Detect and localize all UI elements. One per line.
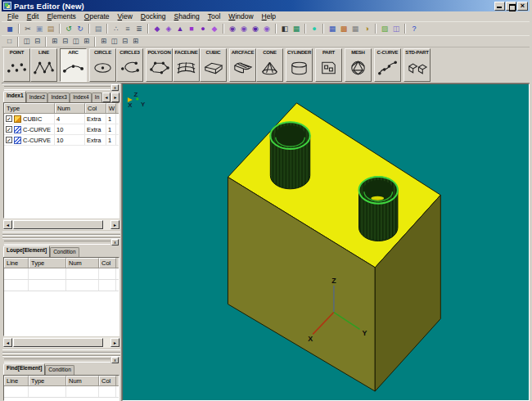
loupe-hscrollbar[interactable]: ◄ ► <box>3 337 119 348</box>
element-group-icon[interactable]: ● <box>197 24 209 34</box>
menu-docking[interactable]: Docking <box>137 11 170 22</box>
layout-b-icon[interactable]: ◫ <box>109 37 119 47</box>
tab-index-1[interactable]: Index1 <box>3 91 26 102</box>
scroll-left-icon[interactable]: ◄ <box>3 338 12 347</box>
grid-view-icon[interactable]: ⊞ <box>81 37 92 47</box>
layers-icon[interactable]: ◫ <box>390 24 402 34</box>
table-row[interactable]: ✓CUBIC4Extra1 <box>4 114 119 124</box>
link-icon[interactable]: ∴ <box>110 24 122 34</box>
single-window-icon[interactable]: □ <box>4 37 15 47</box>
tool-arcface[interactable]: ARCFACE <box>229 48 256 82</box>
grid-blue-icon[interactable]: ▦ <box>327 24 338 34</box>
scroll-right-icon[interactable]: ► <box>110 220 119 229</box>
right-pane-icon[interactable]: ◫ <box>70 37 81 47</box>
save-icon[interactable]: ◼ <box>4 24 16 34</box>
tool-mesh[interactable]: MESH <box>345 48 372 82</box>
column-header-num[interactable]: Num <box>66 258 99 268</box>
row-checkbox[interactable]: ✓ <box>6 137 12 143</box>
tool-line[interactable]: LINE <box>30 48 57 82</box>
tool-cone[interactable]: CONE <box>256 48 283 82</box>
shield-b-icon[interactable]: ◉ <box>238 24 250 34</box>
tab-index-5[interactable]: In <box>92 92 102 102</box>
element-node-icon[interactable]: ◆ <box>151 24 163 34</box>
paste-icon[interactable]: ▤ <box>45 24 56 34</box>
find-panel-grip[interactable]: x <box>2 356 120 363</box>
column-header-type[interactable]: Type <box>4 103 55 113</box>
loupe-panel-grip[interactable]: x <box>2 238 120 246</box>
tab-find-1[interactable]: Find[Element] <box>3 363 45 375</box>
tool-cubic[interactable]: CUBIC <box>200 48 227 82</box>
shield-a-icon[interactable]: ◉ <box>227 24 238 34</box>
column-header-col[interactable]: Col <box>85 103 106 113</box>
tab-scroll-right-icon[interactable]: ► <box>111 92 119 102</box>
loupe-panel-close-icon[interactable]: x <box>111 239 119 246</box>
table-row[interactable]: ✓C-CURVE10Extra1 <box>4 124 119 135</box>
menu-tool[interactable]: Tool <box>204 11 225 22</box>
column-header-num[interactable]: Num <box>66 376 99 385</box>
tool-cylinder[interactable]: CYLINDER <box>286 48 313 82</box>
restore-button[interactable] <box>506 2 516 11</box>
menu-edit[interactable]: Edit <box>23 11 43 22</box>
tool-std-part[interactable]: STD-PART <box>404 48 431 82</box>
tab-scroll-left-icon[interactable]: ◄ <box>102 92 110 102</box>
scroll-right-icon[interactable]: ► <box>110 338 119 347</box>
row-checkbox[interactable]: ✓ <box>6 115 12 122</box>
hsplit-window-icon[interactable]: ⊟ <box>32 37 43 47</box>
menu-window[interactable]: Window <box>224 11 257 22</box>
grid-user-icon[interactable]: ▩ <box>338 24 349 34</box>
column-header-col[interactable]: Col <box>99 258 116 268</box>
help-icon[interactable]: ? <box>408 24 420 34</box>
pie-icon[interactable]: ◑ <box>361 24 372 34</box>
element-part-icon[interactable]: ◆ <box>209 24 220 34</box>
render-icon[interactable]: ▨ <box>379 24 390 34</box>
column-header-type[interactable]: Type <box>29 258 66 268</box>
menu-file[interactable]: File <box>3 11 23 22</box>
list-indent-icon[interactable]: ≣ <box>133 24 145 34</box>
column-header-type[interactable]: Type <box>29 376 66 385</box>
table-green-icon[interactable]: ▦ <box>291 24 302 34</box>
menu-help[interactable]: Help <box>258 11 280 22</box>
column-header-col[interactable]: Col <box>99 376 116 385</box>
list-icon[interactable]: ≡ <box>122 24 133 34</box>
row-checkbox[interactable]: ✓ <box>6 126 12 133</box>
column-header-num[interactable]: Num <box>55 103 85 113</box>
vsplit-window-icon[interactable]: ◫ <box>21 37 32 47</box>
tab-loupe-2[interactable]: Condition <box>50 247 79 257</box>
index-hscrollbar[interactable]: ◄ ► <box>3 219 119 230</box>
tool-polygon[interactable]: POLYGON <box>146 48 173 82</box>
close-button[interactable]: × <box>517 2 528 11</box>
cut-icon[interactable]: ✂ <box>22 24 34 34</box>
menu-operate[interactable]: Operate <box>80 11 114 22</box>
sheet-icon[interactable]: ▤ <box>92 24 104 34</box>
tab-find-2[interactable]: Condition <box>45 365 74 375</box>
scroll-left-icon[interactable]: ◄ <box>3 220 12 229</box>
tool-part[interactable]: PART <box>315 48 342 82</box>
menu-shading[interactable]: Shading <box>170 11 204 22</box>
frame-view-icon[interactable]: ◧ <box>279 24 291 34</box>
index-panel-close-icon[interactable]: x <box>111 84 119 91</box>
shield-c-icon[interactable]: ◉ <box>250 24 261 34</box>
tool-point[interactable]: POINT <box>3 48 30 82</box>
element-solid-icon[interactable]: ■ <box>186 24 197 34</box>
dock-splitter-2[interactable] <box>2 349 121 356</box>
dock-splitter-1[interactable] <box>2 231 121 238</box>
tab-index-3[interactable]: Index3 <box>47 92 70 102</box>
sphere-icon[interactable]: ● <box>309 24 320 34</box>
tool-c-curve[interactable]: C-CURVE <box>374 48 401 82</box>
tab-loupe-1[interactable]: Loupe[Element] <box>3 246 50 257</box>
tool-arc[interactable]: ARC <box>60 48 87 82</box>
menu-elements[interactable]: Elements <box>43 11 79 22</box>
left-pane-icon[interactable]: ⊟ <box>60 37 70 47</box>
shield-d-icon[interactable]: ◉ <box>261 24 273 34</box>
layout-d-icon[interactable]: ⊞ <box>130 37 141 47</box>
table-row[interactable]: ✓C-CURVE10Extra1 <box>4 135 119 146</box>
element-edge-icon[interactable]: ◈ <box>163 24 174 34</box>
element-face-icon[interactable]: ▲ <box>174 24 186 34</box>
index-panel-grip[interactable]: x <box>2 83 120 91</box>
column-header-line[interactable]: Line <box>4 376 29 385</box>
column-header-line[interactable]: Line <box>4 258 29 268</box>
minimize-button[interactable] <box>494 2 505 11</box>
undo-icon[interactable]: ↺ <box>63 24 74 34</box>
viewport-3d[interactable]: Z X Y <box>122 83 530 401</box>
tab-index-4[interactable]: Index4 <box>70 92 92 102</box>
